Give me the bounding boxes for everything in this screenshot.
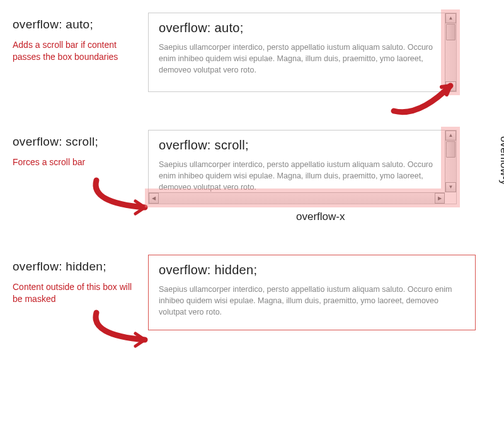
demo-box-scroll: overflow: scroll; Saepius ullamcorper in… xyxy=(148,130,457,204)
left-column: overflow: auto; Adds a scroll bar if con… xyxy=(13,13,148,92)
scroll-up-button[interactable]: ▲ xyxy=(445,13,456,23)
axis-label-x: overflow-x xyxy=(296,211,345,223)
property-description: Content outside of this box will be mask… xyxy=(13,281,142,305)
property-description: Adds a scroll bar if content passes the … xyxy=(13,39,142,63)
section-overflow-auto: overflow: auto; Adds a scroll bar if con… xyxy=(13,13,491,92)
left-column: overflow: scroll; Forces a scroll bar xyxy=(13,130,148,204)
property-title: overflow: auto; xyxy=(13,18,142,32)
demo-paragraph: Saepius ullamcorper interdico, persto ap… xyxy=(159,284,465,318)
property-description: Forces a scroll bar xyxy=(13,156,142,168)
vertical-scrollbar[interactable]: ▲ ▼ xyxy=(445,130,456,192)
section-overflow-hidden: overflow: hidden; Content outside of thi… xyxy=(13,255,491,330)
scroll-right-button[interactable]: ▶ xyxy=(435,193,445,204)
scroll-thumb[interactable] xyxy=(446,141,455,158)
section-overflow-scroll: overflow: scroll; Forces a scroll bar ov… xyxy=(13,130,491,204)
demo-box-hidden: overflow: hidden; Saepius ullamcorper in… xyxy=(148,255,476,330)
demo-box-auto: overflow: auto; Saepius ullamcorper inte… xyxy=(148,13,457,92)
scroll-down-button[interactable]: ▼ xyxy=(445,81,456,91)
demo-heading: overflow: scroll; xyxy=(159,138,438,153)
scroll-down-button[interactable]: ▼ xyxy=(445,182,456,192)
right-column: overflow: auto; Saepius ullamcorper inte… xyxy=(148,13,491,92)
demo-paragraph: Saepius ullamcorper interdico, persto ap… xyxy=(159,42,438,76)
property-title: overflow: scroll; xyxy=(13,135,142,149)
scroll-thumb[interactable] xyxy=(446,24,455,40)
axis-label-y: overflow-y xyxy=(498,136,504,185)
left-column: overflow: hidden; Content outside of thi… xyxy=(13,255,148,330)
right-column: overflow: scroll; Saepius ullamcorper in… xyxy=(148,130,491,204)
scroll-left-button[interactable]: ◀ xyxy=(149,193,159,204)
horizontal-scrollbar[interactable]: ◀ ▶ xyxy=(149,192,445,204)
vertical-scrollbar[interactable]: ▲ ▼ xyxy=(445,13,456,91)
right-column: overflow: hidden; Saepius ullamcorper in… xyxy=(148,255,491,330)
demo-heading: overflow: hidden; xyxy=(159,263,465,277)
demo-paragraph: Saepius ullamcorper interdico, persto ap… xyxy=(159,159,438,193)
demo-heading: overflow: auto; xyxy=(159,21,438,35)
property-title: overflow: hidden; xyxy=(13,260,142,274)
scroll-up-button[interactable]: ▲ xyxy=(445,130,456,141)
